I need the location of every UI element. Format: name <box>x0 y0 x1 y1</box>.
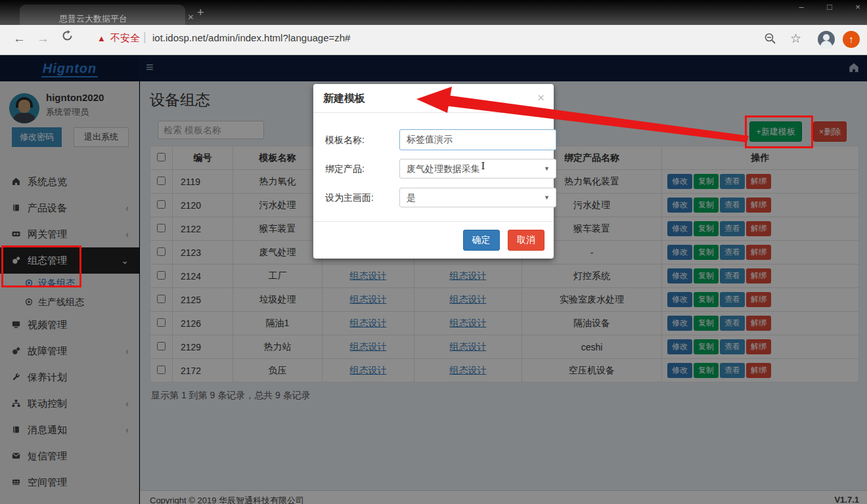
reload-icon[interactable] <box>62 30 73 45</box>
main-screen-label: 设为主画面: <box>325 192 374 204</box>
cancel-button[interactable]: 取消 <box>508 230 545 251</box>
tab-title: 思普云大数据平台 <box>59 13 127 25</box>
back-icon[interactable]: ← <box>13 32 26 46</box>
zoom-out-icon[interactable] <box>764 32 777 48</box>
tab-close-icon[interactable]: × <box>188 11 194 22</box>
browser-profile-icon[interactable] <box>818 31 835 48</box>
template-name-label: 模板名称: <box>325 135 365 146</box>
modal-close-icon[interactable]: × <box>537 91 545 105</box>
browser-tab-strip: 思普云大数据平台 × + – □ × <box>0 0 867 25</box>
browser-update-icon[interactable]: ↑ <box>843 31 860 48</box>
annotation-rect-new-template <box>745 116 813 148</box>
template-name-input[interactable] <box>399 129 556 150</box>
url-separator: | <box>143 30 146 44</box>
confirm-button[interactable]: 确定 <box>463 230 500 251</box>
browser-tab[interactable]: 思普云大数据平台 × <box>20 5 185 25</box>
chevron-down-icon: ▼ <box>544 159 550 178</box>
new-template-modal: 新建模板 × 模板名称: 绑定产品: 废气处理数据采集▼ 设为主画面: 是▼ 确… <box>313 84 554 259</box>
security-warning-icon[interactable]: ▲ <box>97 33 106 43</box>
security-warning-label[interactable]: 不安全 <box>110 32 140 45</box>
text-cursor: I <box>480 161 486 171</box>
bind-product-select[interactable]: 废气处理数据采集▼ <box>399 159 556 178</box>
chevron-down-icon: ▼ <box>544 188 550 207</box>
bookmark-star-icon[interactable]: ☆ <box>790 31 801 46</box>
annotation-rect-sidebar <box>1 245 81 287</box>
modal-title: 新建模板 <box>323 93 365 104</box>
new-tab-button[interactable]: + <box>197 6 204 20</box>
window-close-button[interactable]: × <box>848 2 867 12</box>
forward-icon[interactable]: → <box>37 32 49 46</box>
bind-product-label: 绑定产品: <box>325 163 365 175</box>
window-maximize-button[interactable]: □ <box>820 2 839 12</box>
window-minimize-button[interactable]: – <box>791 2 811 12</box>
main-screen-select[interactable]: 是▼ <box>399 188 556 207</box>
url-text[interactable]: iot.idosp.net/admin/index.html?language=… <box>152 32 350 43</box>
